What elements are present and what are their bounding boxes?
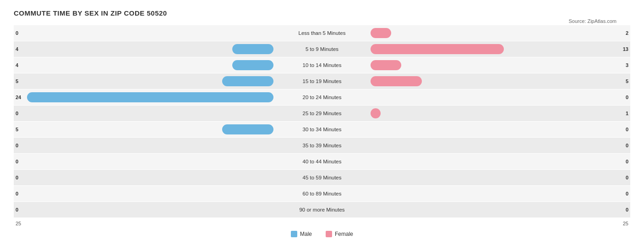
- female-value: 0: [626, 207, 628, 212]
- female-bar: [371, 44, 504, 54]
- male-value: 0: [16, 143, 18, 148]
- bar-label: 45 to 59 Minutes: [276, 175, 368, 180]
- right-section: 0: [368, 122, 630, 137]
- male-value: 4: [16, 62, 18, 68]
- legend-male: Male: [291, 231, 312, 237]
- table-row: 4 5 to 9 Minutes 13: [14, 41, 630, 57]
- bar-label: 15 to 19 Minutes: [276, 78, 368, 84]
- male-bar: [232, 60, 273, 70]
- table-row: 0 45 to 59 Minutes 0: [14, 170, 630, 185]
- table-row: 0 25 to 29 Minutes 1: [14, 106, 630, 121]
- female-value: 5: [626, 78, 628, 84]
- female-bar: [371, 76, 422, 86]
- bar-label: 25 to 29 Minutes: [276, 111, 368, 116]
- right-section: 5: [368, 73, 630, 89]
- right-section: 0: [368, 89, 630, 105]
- female-value: 2: [626, 30, 628, 36]
- female-value: 0: [626, 143, 628, 148]
- male-value: 0: [16, 30, 18, 36]
- male-bar: [222, 124, 273, 134]
- right-section: 0: [368, 154, 630, 169]
- left-section: 0: [14, 25, 276, 41]
- table-row: 0 90 or more Minutes 0: [14, 202, 630, 218]
- female-value: 3: [626, 62, 628, 68]
- bar-label: Less than 5 Minutes: [276, 30, 368, 36]
- right-section: 1: [368, 106, 630, 121]
- female-value: 13: [623, 46, 628, 52]
- table-row: 5 30 to 34 Minutes 0: [14, 122, 630, 137]
- male-bar: [222, 76, 273, 86]
- left-section: 0: [14, 106, 276, 121]
- right-section: 2: [368, 25, 630, 41]
- bar-label: 5 to 9 Minutes: [276, 46, 368, 52]
- male-value: 0: [16, 207, 18, 212]
- right-section: 13: [368, 41, 630, 57]
- table-row: 0 Less than 5 Minutes 2: [14, 25, 630, 41]
- chart-title: COMMUTE TIME BY SEX IN ZIP CODE 50520: [14, 9, 630, 17]
- bar-label: 20 to 24 Minutes: [276, 95, 368, 100]
- male-value: 5: [16, 78, 18, 84]
- male-value: 4: [16, 46, 18, 52]
- left-section: 0: [14, 186, 276, 201]
- table-row: 4 10 to 14 Minutes 3: [14, 57, 630, 73]
- right-section: 0: [368, 170, 630, 185]
- left-section: 0: [14, 170, 276, 185]
- left-section: 4: [14, 57, 276, 73]
- chart-container: 0 Less than 5 Minutes 2 4 5 to 9 Minutes…: [14, 25, 630, 237]
- female-value: 1: [626, 111, 628, 116]
- bar-label: 40 to 44 Minutes: [276, 159, 368, 164]
- axis-left-label: 25: [14, 221, 278, 226]
- male-bar: [27, 92, 273, 102]
- table-row: 5 15 to 19 Minutes 5: [14, 73, 630, 89]
- male-value: 0: [16, 111, 18, 116]
- legend-female: Female: [326, 231, 353, 237]
- female-value: 0: [626, 95, 628, 100]
- bar-label: 10 to 14 Minutes: [276, 62, 368, 68]
- male-bar: [232, 44, 273, 54]
- left-section: 5: [14, 122, 276, 137]
- right-section: 0: [368, 138, 630, 153]
- male-value: 0: [16, 159, 18, 164]
- bar-label: 60 to 89 Minutes: [276, 191, 368, 196]
- bar-label: 35 to 39 Minutes: [276, 143, 368, 148]
- female-bar: [371, 108, 381, 118]
- left-section: 4: [14, 41, 276, 57]
- axis-row: 25 25: [14, 221, 630, 226]
- male-value: 24: [16, 95, 21, 100]
- left-section: 0: [14, 202, 276, 218]
- legend: Male Female: [14, 231, 630, 237]
- table-row: 0 60 to 89 Minutes 0: [14, 186, 630, 201]
- right-section: 3: [368, 57, 630, 73]
- male-swatch: [291, 231, 297, 237]
- axis-right-label: 25: [366, 221, 630, 226]
- left-section: 24: [14, 89, 276, 105]
- female-bar: [371, 60, 401, 70]
- female-value: 0: [626, 191, 628, 196]
- female-label: Female: [335, 231, 353, 237]
- table-row: 0 40 to 44 Minutes 0: [14, 154, 630, 169]
- male-label: Male: [300, 231, 312, 237]
- right-section: 0: [368, 202, 630, 218]
- bar-label: 90 or more Minutes: [276, 207, 368, 212]
- left-section: 0: [14, 154, 276, 169]
- source-label: Source: ZipAtlas.com: [568, 18, 617, 24]
- bar-label: 30 to 34 Minutes: [276, 127, 368, 132]
- table-row: 24 20 to 24 Minutes 0: [14, 89, 630, 105]
- male-value: 5: [16, 127, 18, 132]
- female-value: 0: [626, 127, 628, 132]
- left-section: 5: [14, 73, 276, 89]
- table-row: 0 35 to 39 Minutes 0: [14, 138, 630, 153]
- female-value: 0: [626, 159, 628, 164]
- female-value: 0: [626, 175, 628, 180]
- female-swatch: [326, 231, 332, 237]
- male-value: 0: [16, 175, 18, 180]
- female-bar: [371, 28, 391, 38]
- male-value: 0: [16, 191, 18, 196]
- right-section: 0: [368, 186, 630, 201]
- left-section: 0: [14, 138, 276, 153]
